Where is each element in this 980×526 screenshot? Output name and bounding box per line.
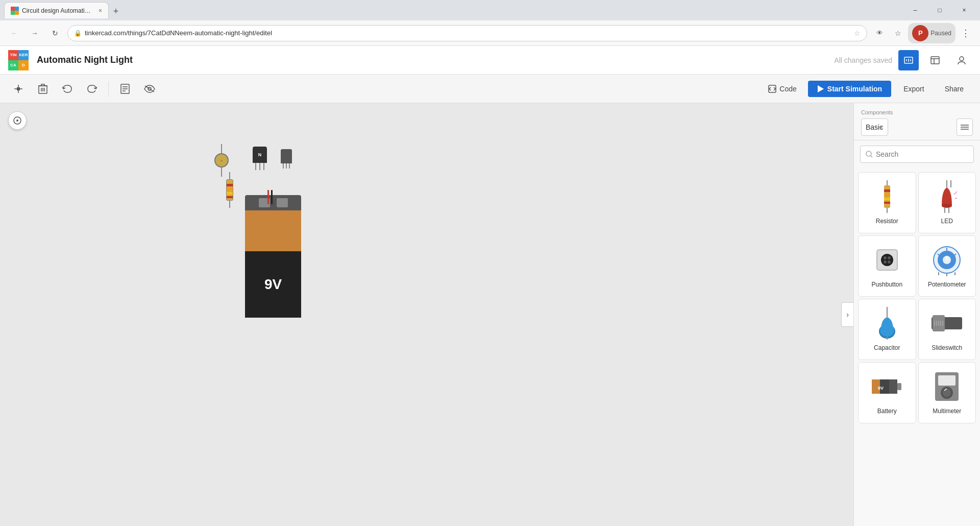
battery2-icon-area: 9V [869,369,905,404]
tab-title: Circuit design Automatic Night [22,7,93,14]
component-btn[interactable] [8,79,29,99]
browser-tab-active[interactable]: Circuit design Automatic Night × [4,2,109,18]
code-icon [768,85,776,93]
battery-icon: 9V [871,376,903,397]
svg-point-83 [943,389,951,397]
table-icon [930,55,940,65]
url-text: tinkercad.com/things/7CatDdNNeem-automat… [85,29,851,37]
list-view-btn[interactable] [957,118,973,136]
redo-btn[interactable] [82,79,102,99]
table-view-btn[interactable] [925,50,945,70]
capacitor-icon-area [869,305,905,341]
battery-component[interactable]: 9V [245,195,301,318]
list-icon [961,124,969,130]
slideswitch-label: Slideswitch [932,344,962,351]
visibility-btn[interactable] [139,79,160,99]
main-content: ≈ N [0,103,980,526]
window-controls: – □ × [903,2,976,18]
svg-point-31 [866,151,871,156]
svg-rect-36 [884,194,890,196]
toolbar-right: Code Start Simulation Export Share [761,81,972,97]
led-label: LED [941,218,953,225]
panel-header: Components Basic All ▼ [854,103,980,140]
circuit-icon [903,55,914,65]
category-select[interactable]: Basic All [861,118,888,136]
collapse-icon: › [846,310,849,319]
component-card-capacitor[interactable]: Capacitor [858,299,916,360]
led-icon-area [929,179,965,214]
user-icon [957,55,967,65]
url-bar[interactable]: 🔒 tinkercad.com/things/7CatDdNNeem-autom… [67,25,867,41]
side-panel: Components Basic All ▼ [853,103,980,526]
address-bar-right: 👁 ☆ P Paused ⋮ [871,23,974,43]
circuit-view-btn[interactable] [898,50,919,70]
paused-label: Paused [930,30,951,37]
delete-btn[interactable] [33,79,53,99]
lock-icon: 🔒 [74,30,82,37]
svg-text:9V: 9V [878,386,884,391]
small-transistor-component[interactable] [281,149,292,169]
pushbutton-icon [871,244,903,276]
svg-point-11 [960,57,964,61]
circuit-components: ≈ N [245,195,301,318]
svg-rect-8 [931,57,939,64]
minimize-btn[interactable]: – [903,2,927,18]
component-card-led[interactable]: LED [918,172,976,233]
components-grid: Resistor [854,168,980,526]
svg-point-52 [888,260,891,264]
svg-rect-2 [11,11,15,15]
app-title: Automatic Night Light [37,55,826,65]
svg-rect-34 [884,185,890,208]
svg-line-43 [954,192,957,195]
extensions-btn[interactable]: ⋮ [958,25,974,41]
category-select-row: Basic All ▼ [861,118,973,136]
toolbar: Code Start Simulation Export Share [0,75,980,103]
forward-btn[interactable]: → [27,25,43,41]
logo-ca: CA [8,60,18,70]
notes-btn[interactable] [115,79,135,99]
component-card-pushbutton[interactable]: Pushbutton [858,235,916,297]
led-icon [937,180,957,213]
toolbar-sep-1 [108,81,109,97]
user-btn[interactable] [951,50,972,70]
transistor-component[interactable]: N [253,147,267,170]
new-tab-btn[interactable]: + [109,4,123,18]
component-card-slideswitch[interactable]: Slideswitch [918,299,976,360]
component-card-potentiometer[interactable]: Potentiometer [918,235,976,297]
svg-point-27 [16,119,18,122]
svg-rect-81 [938,375,955,386]
svg-line-32 [871,156,872,157]
export-btn[interactable]: Export [895,81,932,97]
component-card-battery[interactable]: 9V Battery [858,362,916,423]
search-input[interactable] [876,150,968,158]
capacitor-icon [876,307,898,340]
eye-slash-icon [144,85,155,93]
tab-close-btn[interactable]: × [99,7,102,14]
maximize-btn[interactable]: □ [928,2,951,18]
undo-btn[interactable] [57,79,78,99]
star-icon[interactable]: ☆ [890,25,906,41]
tracking-icon[interactable]: 👁 [871,25,888,41]
header-right: All changes saved [834,50,972,70]
close-btn[interactable]: × [952,2,976,18]
profile-btn[interactable]: P [912,25,928,41]
battery-label: 9V [264,276,282,293]
collapse-panel-btn[interactable]: › [841,302,853,327]
tinkercad-logo[interactable]: TIN KER CA D [8,50,29,70]
start-simulation-btn[interactable]: Start Simulation [808,81,891,97]
logo-tin: TIN [8,50,18,60]
multimeter-icon [933,370,961,403]
code-btn[interactable]: Code [761,81,803,97]
resistor-component[interactable] [226,172,233,208]
svg-rect-78 [889,379,897,394]
component-card-multimeter[interactable]: Multimeter [918,362,976,423]
place-component-icon [13,83,24,94]
fit-view-btn[interactable] [8,111,27,130]
save-status: All changes saved [834,56,892,64]
refresh-btn[interactable]: ↻ [47,25,63,41]
canvas-area[interactable]: ≈ N [0,103,853,526]
svg-line-44 [955,198,957,199]
component-card-resistor[interactable]: Resistor [858,172,916,233]
back-btn[interactable]: ← [6,25,22,41]
share-btn[interactable]: Share [937,81,972,97]
